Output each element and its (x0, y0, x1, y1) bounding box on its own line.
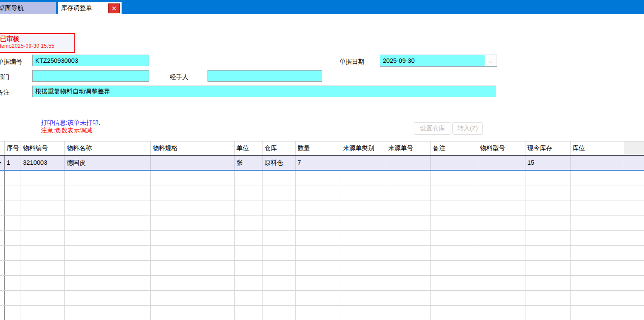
grid-cell[interactable] (234, 246, 262, 261)
grid-cell[interactable] (570, 170, 624, 185)
grid-cell[interactable] (430, 261, 478, 276)
grid-cell[interactable] (64, 170, 150, 185)
row-header-cell[interactable] (0, 170, 4, 185)
grid-cell[interactable] (570, 155, 624, 170)
grid-cell[interactable] (386, 291, 430, 306)
grid-cell[interactable] (386, 170, 430, 185)
grid-cell[interactable] (386, 231, 430, 246)
grid-cell[interactable] (262, 185, 295, 200)
grid-cell[interactable] (262, 291, 295, 306)
grid-cell[interactable]: 7 (295, 155, 341, 170)
grid-cell[interactable] (430, 306, 478, 320)
row-header-cell[interactable] (0, 231, 4, 246)
grid-cell[interactable] (525, 231, 570, 246)
grid-cell[interactable] (295, 276, 341, 291)
grid-cell[interactable] (430, 231, 478, 246)
grid-cell[interactable]: 德国皮 (64, 155, 150, 170)
grid-cell[interactable] (624, 261, 644, 276)
column-header-9[interactable]: 来源单号 (386, 142, 430, 155)
grid-cell[interactable] (21, 276, 64, 291)
remark-field[interactable] (32, 86, 496, 97)
grid-cell[interactable] (430, 155, 478, 170)
grid-cell[interactable] (64, 200, 150, 215)
grid-cell[interactable] (478, 185, 525, 200)
column-header-4[interactable]: 物料规格 (150, 142, 234, 155)
grid-cell[interactable] (295, 246, 341, 261)
grid-cell[interactable] (262, 306, 295, 320)
grid-cell[interactable] (150, 185, 234, 200)
grid-cell[interactable] (64, 185, 150, 200)
table-row-empty[interactable] (0, 246, 644, 261)
grid-cell[interactable] (4, 185, 21, 200)
column-header-11[interactable]: 物料型号 (478, 142, 525, 155)
grid-cell[interactable] (341, 261, 386, 276)
grid-cell[interactable] (4, 200, 21, 215)
grid-cell[interactable] (386, 261, 430, 276)
grid-cell[interactable] (525, 185, 570, 200)
grid-cell[interactable] (386, 215, 430, 231)
grid-cell[interactable] (570, 291, 624, 306)
grid-cell[interactable] (4, 261, 21, 276)
grid-cell[interactable] (341, 246, 386, 261)
table-row-selected[interactable]: 13210003德国皮张原料仓715 (0, 155, 644, 170)
grid-cell[interactable] (624, 306, 644, 320)
grid-cell[interactable] (262, 261, 295, 276)
grid-cell[interactable] (234, 276, 262, 291)
grid-cell[interactable] (262, 246, 295, 261)
grid-cell[interactable] (525, 246, 570, 261)
grid-cell[interactable] (21, 200, 64, 215)
grid-cell[interactable] (525, 306, 570, 320)
row-header-cell[interactable] (0, 261, 4, 276)
grid-cell[interactable] (150, 215, 234, 231)
grid-cell[interactable] (570, 306, 624, 320)
row-header-cell[interactable] (0, 246, 4, 261)
grid-cell[interactable] (234, 200, 262, 215)
grid-cell[interactable] (64, 231, 150, 246)
grid-cell[interactable] (525, 291, 570, 306)
grid-cell[interactable] (478, 291, 525, 306)
table-row-empty[interactable] (0, 306, 644, 320)
grid-cell[interactable] (295, 215, 341, 231)
grid-cell[interactable] (150, 170, 234, 185)
grid-cell[interactable] (624, 231, 644, 246)
grid-cell[interactable] (64, 306, 150, 320)
grid-cell[interactable] (234, 306, 262, 320)
doc-date-combobox[interactable]: 2025-09-30 ⌄ (380, 55, 497, 67)
doc-no-field[interactable] (32, 55, 149, 66)
grid-cell[interactable] (478, 215, 525, 231)
row-header-cell[interactable] (0, 306, 4, 320)
grid-cell[interactable] (624, 215, 644, 231)
grid-cell[interactable] (4, 215, 21, 231)
grid-cell[interactable] (386, 246, 430, 261)
table-row-empty[interactable] (0, 291, 644, 306)
grid-cell[interactable] (525, 261, 570, 276)
grid-cell[interactable] (4, 291, 21, 306)
grid-cell[interactable]: 张 (234, 155, 262, 170)
grid-cell[interactable] (341, 306, 386, 320)
column-header-2[interactable]: 物料编号 (21, 142, 64, 155)
grid-cell[interactable] (478, 276, 525, 291)
grid-cell[interactable] (341, 215, 386, 231)
grid-cell[interactable] (262, 231, 295, 246)
column-header-1[interactable]: 序号 (4, 142, 21, 155)
grid-cell[interactable] (430, 170, 478, 185)
grid-cell[interactable] (295, 170, 341, 185)
row-header-cell[interactable] (0, 276, 4, 291)
grid-cell[interactable] (570, 276, 624, 291)
grid-cell[interactable] (478, 306, 525, 320)
grid-cell[interactable] (624, 200, 644, 215)
grid-cell[interactable] (64, 246, 150, 261)
grid-cell[interactable] (624, 276, 644, 291)
grid-cell[interactable] (341, 155, 386, 170)
grid-cell[interactable] (386, 200, 430, 215)
grid-cell[interactable]: 原料仓 (262, 155, 295, 170)
grid-cell[interactable] (478, 155, 525, 170)
grid-cell[interactable] (21, 246, 64, 261)
grid-cell[interactable]: 1 (4, 155, 21, 170)
grid-cell[interactable]: 15 (525, 155, 570, 170)
grid-cell[interactable] (525, 276, 570, 291)
grid-cell[interactable] (430, 276, 478, 291)
grid-cell[interactable] (386, 306, 430, 320)
grid-cell[interactable] (295, 185, 341, 200)
column-header-7[interactable]: 数量 (295, 142, 341, 155)
